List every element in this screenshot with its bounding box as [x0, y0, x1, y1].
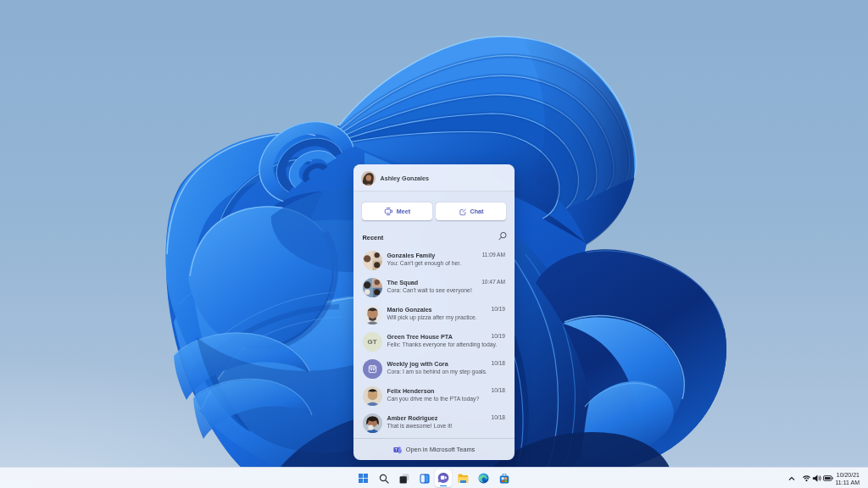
svg-text:T: T [395, 447, 398, 452]
